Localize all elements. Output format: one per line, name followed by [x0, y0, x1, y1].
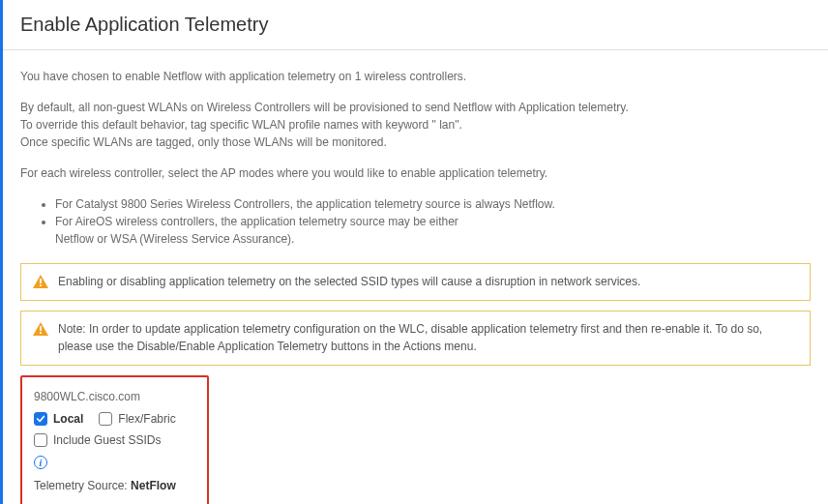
intro-block-2: By default, all non-guest WLANs on Wirel…	[20, 99, 811, 151]
svg-rect-0	[40, 279, 42, 283]
telemetry-source-value: NetFlow	[131, 479, 176, 492]
svg-rect-1	[40, 284, 42, 286]
checkbox-box	[34, 412, 47, 426]
warning-icon	[33, 275, 48, 288]
device-panel: 9800WLC.cisco.com Local Flex/Fabric Incl…	[20, 375, 209, 504]
checkbox-guest-label: Include Guest SSIDs	[53, 430, 161, 450]
intro-line-2b: To override this default behavior, tag s…	[20, 116, 811, 133]
intro-line-2a: By default, all non-guest WLANs on Wirel…	[20, 99, 811, 116]
device-hostname: 9800WLC.cisco.com	[34, 387, 195, 406]
info-icon[interactable]: i	[34, 456, 47, 469]
ap-mode-row: Local Flex/Fabric	[34, 409, 195, 429]
intro-line-1-text: You have chosen to enable Netflow with a…	[20, 68, 811, 85]
bullet-2b: Netflow or WSA (Wireless Service Assuran…	[55, 232, 294, 246]
bullet-2: For AireOS wireless controllers, the app…	[55, 213, 811, 248]
intro-line-2c: Once specific WLANs are tagged, only tho…	[20, 133, 811, 151]
svg-rect-3	[40, 333, 42, 335]
header: Enable Application Telemetry	[3, 0, 828, 50]
warning-alert-text: Enabling or disabling application teleme…	[58, 274, 798, 290]
checkbox-box	[99, 412, 112, 426]
bullet-1: For Catalyst 9800 Series Wireless Contro…	[55, 195, 811, 213]
page-title: Enable Application Telemetry	[20, 14, 811, 36]
checkbox-box	[34, 433, 47, 447]
page: Enable Application Telemetry You have ch…	[0, 0, 828, 504]
checkbox-local-label: Local	[53, 409, 83, 429]
bullet-2a: For AireOS wireless controllers, the app…	[55, 215, 458, 228]
intro-line-3: For each wireless controller, select the…	[20, 164, 811, 182]
telemetry-source-line: Telemetry Source: NetFlow	[34, 476, 195, 495]
intro-line-1: You have chosen to enable Netflow with a…	[20, 68, 811, 85]
checkbox-include-guest-ssids[interactable]: Include Guest SSIDs	[34, 430, 161, 450]
checkbox-flex-fabric[interactable]: Flex/Fabric	[99, 409, 175, 429]
warning-alert-update-note: Note: In order to update application tel…	[20, 311, 811, 366]
svg-rect-2	[40, 326, 42, 331]
warning-alert-disruption: Enabling or disabling application teleme…	[20, 263, 811, 301]
info-row: i	[34, 452, 195, 472]
telemetry-source-label: Telemetry Source:	[34, 479, 131, 492]
warning-icon	[33, 322, 48, 336]
intro-line-3-text: For each wireless controller, select the…	[20, 164, 811, 182]
checkbox-flex-label: Flex/Fabric	[118, 409, 175, 429]
warning-alert-text: Note: In order to update application tel…	[58, 321, 798, 355]
content: You have chosen to enable Netflow with a…	[3, 50, 828, 504]
guest-row: Include Guest SSIDs	[34, 430, 195, 450]
bullet-list: For Catalyst 9800 Series Wireless Contro…	[20, 195, 811, 248]
checkbox-local[interactable]: Local	[34, 409, 83, 429]
